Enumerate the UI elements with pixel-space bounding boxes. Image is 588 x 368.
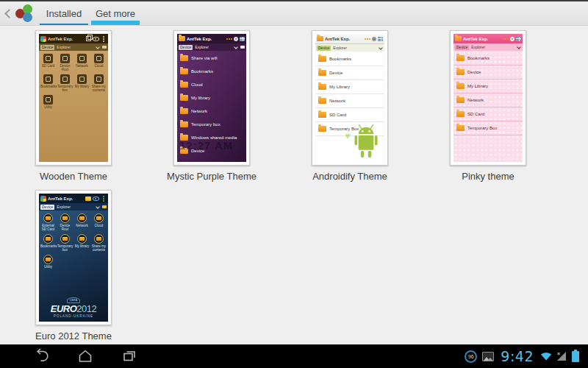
preview-body: External SD CardDevice RootNetworkCloudB… xyxy=(39,210,108,322)
caption-wrap: Pinky theme xyxy=(450,171,526,182)
grid-item: Device Root xyxy=(57,213,74,231)
theme-card-wooden[interactable]: AntTek Exp.DeviceExplorerSD CardDevice R… xyxy=(35,30,112,166)
preview-subbar: DeviceExplorer xyxy=(39,43,108,51)
list-item: Temporary Box xyxy=(453,121,523,135)
grid-item: Utility xyxy=(40,255,57,269)
theme-card-pinky[interactable]: AntTek Exp.DeviceExplorerBookmarksDevice… xyxy=(450,30,526,166)
folder-icon xyxy=(180,68,188,74)
back-button[interactable] xyxy=(0,1,15,25)
theme-card-androidify[interactable]: AntTek Exp.DeviceExplorerBookmarksDevice… xyxy=(312,30,388,166)
grid-item: SD Card xyxy=(40,54,57,71)
preview-title: AntTek Exp. xyxy=(463,37,501,41)
app-shortcut-icon xyxy=(94,54,104,63)
grid-item: Network xyxy=(74,54,90,71)
theme-grid: AntTek Exp.DeviceExplorerSD CardDevice R… xyxy=(0,26,588,342)
clock-watermark: 12:27 AM xyxy=(179,139,233,152)
item-label: Temporary box xyxy=(57,244,73,252)
action-bar: Installed Get more xyxy=(0,1,588,26)
grid-item: My library xyxy=(74,234,90,252)
list-item: Device xyxy=(453,66,523,79)
item-label: Utility xyxy=(44,105,52,109)
dots-icon xyxy=(226,38,228,40)
battery-icon xyxy=(572,351,579,362)
grid-icon xyxy=(516,37,521,41)
app-shortcut-icon xyxy=(60,234,70,244)
preview-body: SD CardDevice RootNetworkCloudBookmarksT… xyxy=(39,51,108,162)
overflow-icon xyxy=(103,38,104,40)
chevron-down-icon xyxy=(234,45,238,49)
explorer-tab: Explorer xyxy=(471,45,485,49)
list-item: Cloud xyxy=(177,78,246,91)
theme-cell-mystic: AntTek Exp.DeviceExplorerShare via wifiB… xyxy=(173,30,312,182)
folder-icon xyxy=(456,55,465,61)
eye-icon xyxy=(93,37,99,41)
grid-item: Network xyxy=(74,213,90,231)
item-label: Cloud xyxy=(191,82,203,87)
item-label: Device Root xyxy=(57,224,73,231)
item-label: Network xyxy=(76,64,88,68)
overflow-icon xyxy=(103,198,104,199)
item-label: Cloud xyxy=(95,224,104,227)
device-tab: Device xyxy=(317,46,331,51)
status-area[interactable]: 96 9:42 × xyxy=(465,348,588,364)
item-label: Network xyxy=(76,224,88,227)
app-shortcut-icon xyxy=(60,213,70,223)
battery-widget-badge[interactable]: 96 xyxy=(465,350,477,363)
back-icon[interactable] xyxy=(32,347,50,365)
grid-item: My library xyxy=(74,74,90,92)
system-bar: 96 9:42 × xyxy=(0,344,588,368)
item-label: My library xyxy=(75,244,90,248)
folder-icon xyxy=(456,97,465,103)
app-shortcut-icon xyxy=(77,213,87,223)
home-icon[interactable] xyxy=(76,347,94,365)
theme-preview: AntTek Exp.DeviceExplorerBookmarksDevice… xyxy=(453,34,523,162)
preview-header: AntTek Exp. xyxy=(177,34,246,43)
tab-get-more[interactable]: Get more xyxy=(90,1,141,25)
theme-cell-pinky: AntTek Exp.DeviceExplorerBookmarksDevice… xyxy=(450,30,588,182)
wifi-icon xyxy=(540,350,552,364)
theme-row: AntTek Exp.DeviceExplorerExternal SD Car… xyxy=(35,190,588,342)
app-shortcut-icon xyxy=(60,54,70,63)
folder-icon xyxy=(318,126,326,132)
tab-installed[interactable]: Installed xyxy=(38,1,90,25)
item-label: Share my contents xyxy=(91,85,107,92)
caption-wrap: Mystic Purple Theme xyxy=(173,171,250,182)
chevron-down-icon xyxy=(379,46,383,50)
app-shortcut-icon xyxy=(77,54,87,63)
item-label: My Library xyxy=(467,84,488,88)
folder-icon xyxy=(180,121,188,127)
item-label: Share my contents xyxy=(91,244,107,252)
recents-icon[interactable] xyxy=(121,347,138,365)
pages-icon xyxy=(86,36,91,41)
folder-icon xyxy=(318,112,326,118)
grid-item: Utility xyxy=(40,95,57,109)
explorer-tab: Explorer xyxy=(333,46,347,50)
preview-header: AntTek Exp. xyxy=(39,34,108,43)
minimize-icon xyxy=(102,46,107,49)
screenshot-notification-icon[interactable] xyxy=(482,352,494,361)
theme-card-euro[interactable]: AntTek Exp.DeviceExplorerExternal SD Car… xyxy=(35,190,112,325)
list-item: My library xyxy=(177,91,246,105)
item-label: Share via wifi xyxy=(191,56,218,60)
item-label: Bookmarks xyxy=(329,57,351,61)
explorer-tab: Explorer xyxy=(195,45,209,49)
chevron-down-icon xyxy=(96,45,100,49)
app-logo-icon[interactable] xyxy=(15,3,37,24)
theme-cell-wooden: AntTek Exp.DeviceExplorerSD CardDevice R… xyxy=(35,30,173,182)
status-clock: 9:42 xyxy=(501,348,534,364)
list-item: Bookmarks xyxy=(453,52,523,66)
app-shortcut-icon xyxy=(43,234,53,244)
no-signal-icon: × xyxy=(557,352,566,361)
theme-preview: AntTek Exp.DeviceExplorerSD CardDevice R… xyxy=(39,34,108,162)
device-tab: Device xyxy=(455,45,469,50)
app-shortcut-icon xyxy=(77,234,87,244)
folder-icon xyxy=(180,82,188,88)
theme-card-mystic[interactable]: AntTek Exp.DeviceExplorerShare via wifiB… xyxy=(173,30,250,166)
grid-icon xyxy=(240,37,245,41)
grid-item: Cloud xyxy=(90,213,107,231)
tab-strip: Installed Get more xyxy=(38,1,141,25)
folder-icon xyxy=(180,108,188,114)
folder-icon xyxy=(318,56,326,62)
caption-wrap: Euro 2012 Theme xyxy=(35,330,112,342)
list-item: Network xyxy=(453,93,523,107)
